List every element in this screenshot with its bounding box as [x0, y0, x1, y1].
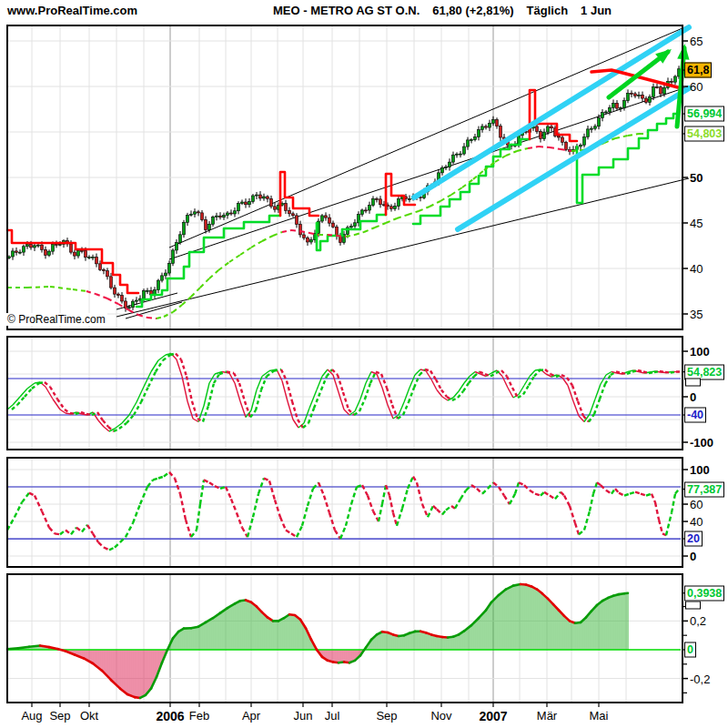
histogram-panel[interactable] — [7, 574, 682, 703]
chart-canvas[interactable] — [0, 0, 728, 728]
symbol-label: MEO - METRO AG ST O.N. — [273, 4, 420, 17]
site-link[interactable]: www.ProRealTime.com — [7, 4, 137, 17]
last-price-label: 61,80 (+2,81%) — [432, 4, 513, 17]
prorealtime-screen: www.ProRealTime.com MEO - METRO AG ST O.… — [0, 0, 728, 728]
oscillator-panel-2[interactable] — [7, 458, 682, 567]
oscillator-panel-1[interactable] — [7, 337, 683, 450]
watermark: © ProRealTime.com — [5, 313, 107, 326]
price-panel[interactable] — [7, 25, 690, 329]
chart-title: MEO - METRO AG ST O.N. 61,80 (+2,81%) Tä… — [273, 4, 624, 17]
date-label: 1 Jun — [581, 4, 612, 17]
timeframe-label[interactable]: Täglich — [527, 4, 569, 17]
header: www.ProRealTime.com MEO - METRO AG ST O.… — [0, 0, 728, 22]
